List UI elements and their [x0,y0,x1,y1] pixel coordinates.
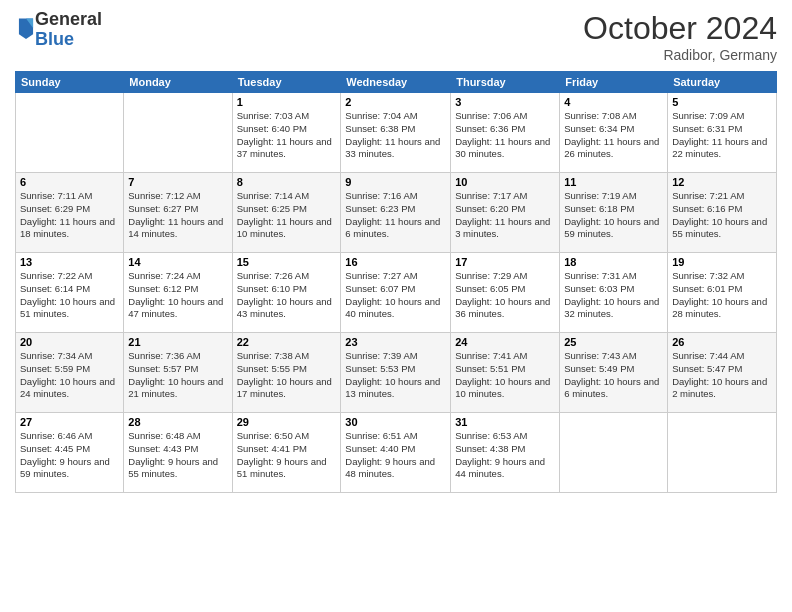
day-number: 8 [237,176,337,188]
day-info: Sunrise: 7:16 AM Sunset: 6:23 PM Dayligh… [345,190,446,241]
day-info: Sunrise: 7:24 AM Sunset: 6:12 PM Dayligh… [128,270,227,321]
calendar-cell: 10Sunrise: 7:17 AM Sunset: 6:20 PM Dayli… [451,173,560,253]
calendar-cell: 27Sunrise: 6:46 AM Sunset: 4:45 PM Dayli… [16,413,124,493]
weekday-header-sunday: Sunday [16,72,124,93]
day-number: 11 [564,176,663,188]
day-number: 29 [237,416,337,428]
day-number: 3 [455,96,555,108]
day-info: Sunrise: 7:09 AM Sunset: 6:31 PM Dayligh… [672,110,772,161]
calendar-week-row: 6Sunrise: 7:11 AM Sunset: 6:29 PM Daylig… [16,173,777,253]
day-number: 13 [20,256,119,268]
day-info: Sunrise: 6:48 AM Sunset: 4:43 PM Dayligh… [128,430,227,481]
day-number: 26 [672,336,772,348]
day-info: Sunrise: 7:38 AM Sunset: 5:55 PM Dayligh… [237,350,337,401]
calendar-cell: 13Sunrise: 7:22 AM Sunset: 6:14 PM Dayli… [16,253,124,333]
page: General Blue October 2024 Radibor, Germa… [0,0,792,612]
day-number: 2 [345,96,446,108]
calendar-week-row: 20Sunrise: 7:34 AM Sunset: 5:59 PM Dayli… [16,333,777,413]
calendar-cell: 29Sunrise: 6:50 AM Sunset: 4:41 PM Dayli… [232,413,341,493]
calendar-cell: 8Sunrise: 7:14 AM Sunset: 6:25 PM Daylig… [232,173,341,253]
day-number: 4 [564,96,663,108]
day-number: 19 [672,256,772,268]
day-info: Sunrise: 7:04 AM Sunset: 6:38 PM Dayligh… [345,110,446,161]
weekday-header-saturday: Saturday [668,72,777,93]
day-info: Sunrise: 7:34 AM Sunset: 5:59 PM Dayligh… [20,350,119,401]
day-info: Sunrise: 6:50 AM Sunset: 4:41 PM Dayligh… [237,430,337,481]
day-number: 14 [128,256,227,268]
day-info: Sunrise: 7:12 AM Sunset: 6:27 PM Dayligh… [128,190,227,241]
calendar-cell: 1Sunrise: 7:03 AM Sunset: 6:40 PM Daylig… [232,93,341,173]
calendar-table: SundayMondayTuesdayWednesdayThursdayFrid… [15,71,777,493]
day-info: Sunrise: 6:53 AM Sunset: 4:38 PM Dayligh… [455,430,555,481]
calendar-cell: 22Sunrise: 7:38 AM Sunset: 5:55 PM Dayli… [232,333,341,413]
calendar-cell: 21Sunrise: 7:36 AM Sunset: 5:57 PM Dayli… [124,333,232,413]
day-number: 31 [455,416,555,428]
day-info: Sunrise: 6:46 AM Sunset: 4:45 PM Dayligh… [20,430,119,481]
calendar-cell: 31Sunrise: 6:53 AM Sunset: 4:38 PM Dayli… [451,413,560,493]
calendar-cell: 18Sunrise: 7:31 AM Sunset: 6:03 PM Dayli… [560,253,668,333]
weekday-header-friday: Friday [560,72,668,93]
day-info: Sunrise: 7:21 AM Sunset: 6:16 PM Dayligh… [672,190,772,241]
logo: General Blue [15,10,102,50]
day-info: Sunrise: 6:51 AM Sunset: 4:40 PM Dayligh… [345,430,446,481]
day-info: Sunrise: 7:08 AM Sunset: 6:34 PM Dayligh… [564,110,663,161]
logo-blue: Blue [35,29,74,49]
day-info: Sunrise: 7:41 AM Sunset: 5:51 PM Dayligh… [455,350,555,401]
day-number: 23 [345,336,446,348]
weekday-header-monday: Monday [124,72,232,93]
title-area: October 2024 Radibor, Germany [583,10,777,63]
day-number: 1 [237,96,337,108]
header: General Blue October 2024 Radibor, Germa… [15,10,777,63]
day-info: Sunrise: 7:27 AM Sunset: 6:07 PM Dayligh… [345,270,446,321]
day-number: 17 [455,256,555,268]
day-info: Sunrise: 7:44 AM Sunset: 5:47 PM Dayligh… [672,350,772,401]
calendar-cell: 20Sunrise: 7:34 AM Sunset: 5:59 PM Dayli… [16,333,124,413]
calendar-cell: 7Sunrise: 7:12 AM Sunset: 6:27 PM Daylig… [124,173,232,253]
day-info: Sunrise: 7:39 AM Sunset: 5:53 PM Dayligh… [345,350,446,401]
calendar-cell: 4Sunrise: 7:08 AM Sunset: 6:34 PM Daylig… [560,93,668,173]
calendar-cell [668,413,777,493]
calendar-cell: 16Sunrise: 7:27 AM Sunset: 6:07 PM Dayli… [341,253,451,333]
day-info: Sunrise: 7:36 AM Sunset: 5:57 PM Dayligh… [128,350,227,401]
weekday-header-tuesday: Tuesday [232,72,341,93]
calendar-cell: 15Sunrise: 7:26 AM Sunset: 6:10 PM Dayli… [232,253,341,333]
calendar-cell: 6Sunrise: 7:11 AM Sunset: 6:29 PM Daylig… [16,173,124,253]
day-info: Sunrise: 7:11 AM Sunset: 6:29 PM Dayligh… [20,190,119,241]
day-info: Sunrise: 7:06 AM Sunset: 6:36 PM Dayligh… [455,110,555,161]
day-number: 22 [237,336,337,348]
day-info: Sunrise: 7:17 AM Sunset: 6:20 PM Dayligh… [455,190,555,241]
month-title: October 2024 [583,10,777,47]
calendar-cell: 28Sunrise: 6:48 AM Sunset: 4:43 PM Dayli… [124,413,232,493]
calendar-cell: 5Sunrise: 7:09 AM Sunset: 6:31 PM Daylig… [668,93,777,173]
calendar-week-row: 13Sunrise: 7:22 AM Sunset: 6:14 PM Dayli… [16,253,777,333]
day-number: 25 [564,336,663,348]
calendar-cell: 26Sunrise: 7:44 AM Sunset: 5:47 PM Dayli… [668,333,777,413]
calendar-cell: 23Sunrise: 7:39 AM Sunset: 5:53 PM Dayli… [341,333,451,413]
calendar-week-row: 1Sunrise: 7:03 AM Sunset: 6:40 PM Daylig… [16,93,777,173]
day-number: 12 [672,176,772,188]
day-info: Sunrise: 7:32 AM Sunset: 6:01 PM Dayligh… [672,270,772,321]
day-number: 18 [564,256,663,268]
day-number: 7 [128,176,227,188]
weekday-header-thursday: Thursday [451,72,560,93]
weekday-header-row: SundayMondayTuesdayWednesdayThursdayFrid… [16,72,777,93]
day-info: Sunrise: 7:26 AM Sunset: 6:10 PM Dayligh… [237,270,337,321]
calendar-cell: 25Sunrise: 7:43 AM Sunset: 5:49 PM Dayli… [560,333,668,413]
day-info: Sunrise: 7:29 AM Sunset: 6:05 PM Dayligh… [455,270,555,321]
day-number: 28 [128,416,227,428]
calendar-cell: 14Sunrise: 7:24 AM Sunset: 6:12 PM Dayli… [124,253,232,333]
day-info: Sunrise: 7:43 AM Sunset: 5:49 PM Dayligh… [564,350,663,401]
day-info: Sunrise: 7:22 AM Sunset: 6:14 PM Dayligh… [20,270,119,321]
calendar-cell [16,93,124,173]
logo-text: General Blue [35,10,102,50]
calendar-cell: 17Sunrise: 7:29 AM Sunset: 6:05 PM Dayli… [451,253,560,333]
day-number: 5 [672,96,772,108]
weekday-header-wednesday: Wednesday [341,72,451,93]
calendar-cell [124,93,232,173]
day-number: 9 [345,176,446,188]
calendar-cell: 11Sunrise: 7:19 AM Sunset: 6:18 PM Dayli… [560,173,668,253]
calendar-cell: 9Sunrise: 7:16 AM Sunset: 6:23 PM Daylig… [341,173,451,253]
day-number: 16 [345,256,446,268]
day-number: 21 [128,336,227,348]
day-number: 20 [20,336,119,348]
